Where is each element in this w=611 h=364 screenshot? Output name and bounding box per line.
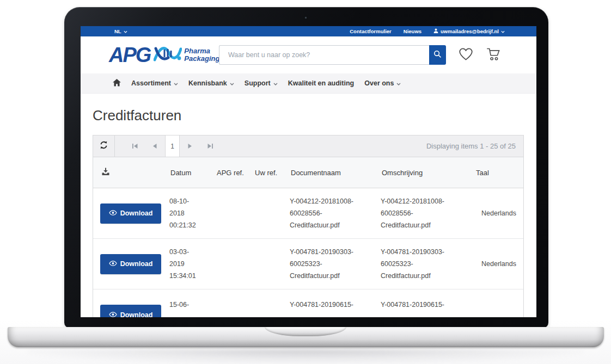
user-icon (433, 28, 438, 34)
contact-form-label: Contactformulier (350, 28, 392, 34)
grid-toolbar: 1 Displaying items 1 - 25 of 25 (93, 135, 523, 157)
wishlist-button[interactable] (459, 47, 473, 63)
cell-taal: Nederlands (468, 207, 524, 219)
home-icon (113, 79, 121, 88)
column-header-apg-ref[interactable]: APG ref. (210, 169, 248, 177)
download-all-column-header[interactable] (94, 168, 163, 177)
nav-label: Kwaliteit en auditing (288, 79, 355, 87)
nav-label: Over ons (364, 79, 394, 87)
table-row: Download 03-03-2019 15:34:01 Y-004781-20… (93, 239, 523, 289)
download-button[interactable]: Download (100, 203, 161, 224)
nav-label: Assortiment (131, 79, 171, 87)
refresh-button[interactable] (93, 135, 115, 157)
page-content: Creditfacturen (81, 107, 536, 317)
shopping-cart-icon (486, 47, 502, 64)
search-input[interactable] (219, 45, 429, 65)
logo-tagline: Pharma Packaging (184, 47, 219, 63)
search-icon (433, 50, 442, 60)
cell-datum: 15-06- (162, 299, 209, 311)
search-bar (219, 45, 446, 65)
cell-documentnaam: Y-004212-20181008-60028556-Creditfactuur… (283, 195, 374, 231)
next-page-button[interactable] (180, 135, 200, 157)
logo-wordmark: APG (109, 45, 150, 65)
main-nav: Assortiment Kennisbank Support (81, 73, 536, 94)
chevron-down-icon (124, 28, 127, 34)
contact-form-link[interactable]: Contactformulier (350, 28, 392, 34)
table-body: Download 08-10-2018 00:21:32 Y-004212-20… (93, 188, 523, 317)
download-button[interactable]: Download (100, 305, 161, 317)
documents-grid: 1 Displaying items 1 - 25 of 25 (93, 135, 524, 317)
news-label: Nieuws (404, 28, 421, 34)
previous-page-button[interactable] (145, 135, 165, 157)
download-button[interactable]: Download (100, 254, 161, 274)
current-page-indicator[interactable]: 1 (165, 135, 180, 157)
nav-home[interactable] (113, 79, 121, 88)
table-row: Download 08-10-2018 00:21:32 Y-004212-20… (93, 188, 523, 239)
cell-omschrijving: Y-004781-20190303-60025323-Creditfactuur… (374, 246, 468, 282)
account-menu[interactable]: uwmailadres@bedrijf.nl (433, 28, 505, 34)
news-link[interactable]: Nieuws (404, 28, 421, 34)
site-header: APG Pharma Packa (81, 36, 536, 73)
laptop-reflection (27, 349, 584, 363)
cell-datum: 03-03-2019 15:34:01 (162, 246, 209, 282)
table-row: Download 15-06- Y-004781-20190615- Y-004… (93, 289, 523, 317)
dna-helix-icon (154, 44, 182, 66)
cell-omschrijving: Y-004781-20190615- (374, 299, 468, 311)
download-button-label: Download (120, 260, 153, 268)
pagination-status: Displaying items 1 - 25 of 25 (426, 142, 523, 150)
language-label: NL (114, 28, 121, 34)
language-selector[interactable]: NL (114, 28, 127, 34)
nav-support[interactable]: Support (245, 79, 278, 87)
page-title: Creditfacturen (93, 107, 524, 124)
chevron-down-icon (273, 79, 278, 87)
column-header-uw-ref[interactable]: Uw ref. (248, 169, 284, 177)
webcam-dot (304, 16, 308, 20)
utility-bar: NL Contactformulier Nieuws uwmailadre (81, 26, 536, 36)
column-header-omschrijving[interactable]: Omschrijving (375, 169, 469, 177)
grid-header-row: Datum APG ref. Uw ref. Documentnaam Omsc… (93, 157, 523, 188)
cell-omschrijving: Y-004212-20181008-60028556-Creditfactuur… (374, 195, 468, 231)
eye-icon (109, 260, 117, 268)
column-header-datum[interactable]: Datum (163, 169, 210, 177)
chevron-down-icon (174, 79, 178, 87)
account-email: uwmailadres@bedrijf.nl (441, 28, 499, 34)
nav-label: Kennisbank (188, 79, 227, 87)
column-header-taal[interactable]: Taal (469, 169, 526, 177)
company-logo[interactable]: APG Pharma Packa (109, 44, 218, 66)
nav-kwaliteit-en-auditing[interactable]: Kwaliteit en auditing (288, 79, 355, 87)
cell-taal: Nederlands (468, 258, 524, 270)
last-page-button[interactable] (200, 135, 220, 157)
chevron-down-icon (230, 79, 234, 87)
pager: 1 (125, 135, 220, 157)
download-button-label: Download (120, 311, 153, 318)
cell-documentnaam: Y-004781-20190303-60025323-Creditfactuur… (283, 246, 374, 282)
nav-kennisbank[interactable]: Kennisbank (188, 79, 234, 87)
refresh-icon (99, 140, 108, 152)
chevron-down-icon (501, 28, 505, 34)
first-page-button[interactable] (125, 135, 145, 157)
cell-datum: 08-10-2018 00:21:32 (162, 195, 209, 231)
chevron-down-icon (396, 79, 401, 87)
download-icon (101, 168, 110, 177)
nav-assortiment[interactable]: Assortiment (131, 79, 178, 87)
nav-label: Support (245, 79, 271, 87)
column-header-documentnaam[interactable]: Documentnaam (284, 169, 375, 177)
cart-button[interactable] (486, 47, 502, 64)
eye-icon (109, 311, 117, 318)
search-button[interactable] (429, 45, 446, 65)
nav-over-ons[interactable]: Over ons (364, 79, 401, 87)
eye-icon (109, 209, 117, 217)
page-background: NL Contactformulier Nieuws uwmailadre (0, 0, 611, 364)
cell-documentnaam: Y-004781-20190615- (283, 299, 374, 311)
laptop-screen: NL Contactformulier Nieuws uwmailadre (81, 26, 536, 317)
heart-icon (459, 47, 473, 63)
laptop-bezel: NL Contactformulier Nieuws uwmailadre (64, 7, 548, 328)
download-button-label: Download (120, 209, 153, 217)
